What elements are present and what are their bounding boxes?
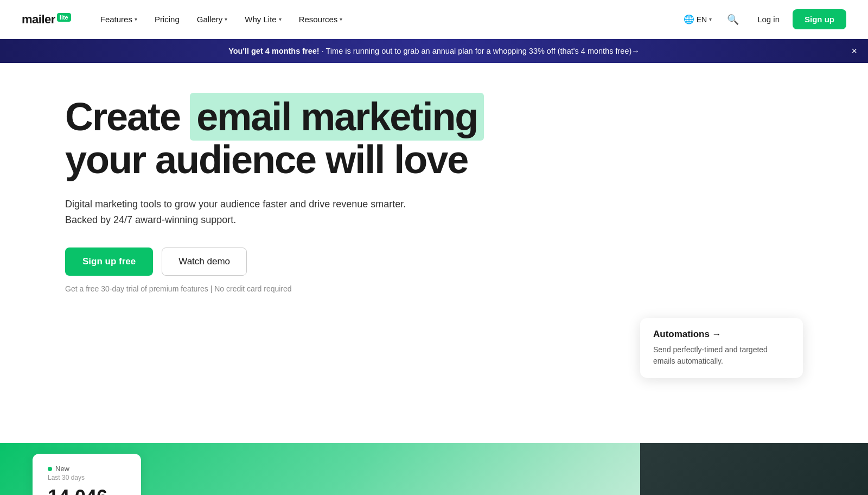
navbar: mailerlite Features ▾ Pricing Gallery ▾ … xyxy=(0,0,868,39)
nav-item-features[interactable]: Features ▾ xyxy=(93,10,145,28)
hero-highlight: email marketing xyxy=(190,93,484,141)
automations-description: Send perfectly-timed and targeted emails… xyxy=(653,344,790,367)
stats-sublabel: Last 30 days xyxy=(48,474,126,481)
logo[interactable]: mailerlite xyxy=(22,12,71,27)
hero-signup-free-button[interactable]: Sign up free xyxy=(65,248,153,276)
language-selector[interactable]: 🌐 EN ▾ xyxy=(678,10,717,29)
chevron-down-icon: ▾ xyxy=(279,16,282,22)
stats-card: New Last 30 days 14,046 xyxy=(33,454,141,495)
promo-banner: You'll get 4 months free! · Time is runn… xyxy=(0,39,868,63)
search-icon: 🔍 xyxy=(727,14,739,25)
nav-item-resources[interactable]: Resources ▾ xyxy=(291,10,350,28)
automations-card: Automations → Send perfectly-timed and t… xyxy=(640,318,803,378)
nav-item-gallery[interactable]: Gallery ▾ xyxy=(189,10,235,28)
nav-actions: 🌐 EN ▾ 🔍 Log in Sign up xyxy=(678,9,846,30)
banner-text: You'll get 4 months free! · Time is runn… xyxy=(228,47,640,55)
globe-icon: 🌐 xyxy=(684,14,694,24)
hero-watch-demo-button[interactable]: Watch demo xyxy=(162,248,247,276)
green-background: New Last 30 days 14,046 xyxy=(0,443,640,495)
automations-title: Automations → xyxy=(653,329,790,340)
chevron-down-icon: ▾ xyxy=(340,16,342,22)
hero-note: Get a free 30-day trial of premium featu… xyxy=(65,284,803,293)
status-dot xyxy=(48,467,52,471)
chevron-down-icon: ▾ xyxy=(225,16,227,22)
dark-background: The anniversary of a date in field Birth… xyxy=(640,443,868,495)
hero-subtext: Digital marketing tools to grow your aud… xyxy=(65,196,434,228)
logo-text: mailer xyxy=(22,12,55,27)
banner-close-button[interactable]: × xyxy=(851,46,857,56)
bottom-section: New Last 30 days 14,046 The anniversary … xyxy=(0,443,868,495)
hero-headline: Create email marketing your audience wil… xyxy=(65,96,488,181)
stats-number: 14,046 xyxy=(48,486,126,495)
signup-button[interactable]: Sign up xyxy=(793,9,846,29)
hero-cta-group: Sign up free Watch demo xyxy=(65,248,803,276)
chevron-down-icon: ▾ xyxy=(135,16,137,22)
stats-label: New xyxy=(48,465,126,473)
nav-item-why-lite[interactable]: Why Lite ▾ xyxy=(237,10,289,28)
nav-links: Features ▾ Pricing Gallery ▾ Why Lite ▾ … xyxy=(93,10,678,28)
chevron-down-icon: ▾ xyxy=(709,16,712,22)
search-button[interactable]: 🔍 xyxy=(722,9,744,30)
login-button[interactable]: Log in xyxy=(749,10,788,28)
logo-badge: lite xyxy=(57,13,71,22)
hero-section: Create email marketing your audience wil… xyxy=(0,63,868,421)
nav-item-pricing[interactable]: Pricing xyxy=(147,10,187,28)
